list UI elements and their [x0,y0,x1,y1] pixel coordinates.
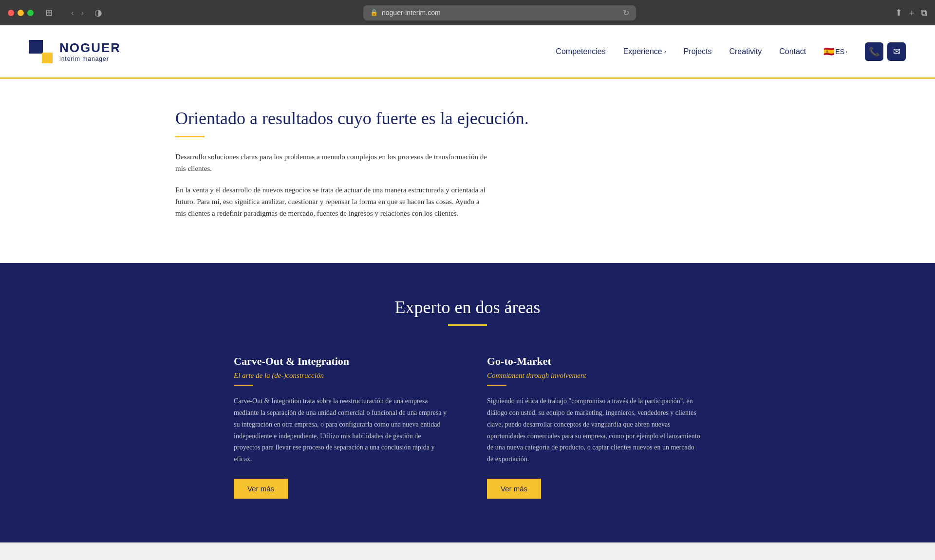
new-tab-icon[interactable]: ＋ [907,7,916,19]
card1-underline [234,385,253,386]
card2-btn[interactable]: Ver más [487,479,541,499]
dark-section: Experto en dos áreas Carve-Out & Integra… [0,263,935,542]
hero-title: Orientado a resultados cuyo fuerte es la… [175,108,906,129]
logo-name: NOGUER [59,40,121,56]
nav-contact-icons: 📞 ✉ [865,42,906,61]
browser-chrome: ⊞ ‹ › ◑ 🔒 noguer-interim.com ↻ ⬆ ＋ ⧉ [0,0,935,25]
phone-button[interactable]: 📞 [865,42,883,61]
logo-yellow-square [42,53,53,63]
language-label: ES [835,48,844,56]
email-button[interactable]: ✉ [887,42,906,61]
privacy-icon[interactable]: ◑ [93,5,104,20]
browser-actions: ⬆ ＋ ⧉ [895,7,927,19]
nav-item-experience[interactable]: Experience › [623,47,666,56]
logo-text: NOGUER interim manager [59,40,121,62]
logo-icon [29,40,53,63]
close-button[interactable] [8,10,14,16]
hero-section: Orientado a resultados cuyo fuerte es la… [0,79,935,263]
card-carveout: Carve-Out & Integration El arte de la (d… [234,355,448,499]
address-bar[interactable]: 🔒 noguer-interim.com ↻ [363,5,636,20]
minimize-button[interactable] [18,10,24,16]
card1-btn[interactable]: Ver más [234,479,288,499]
logo-area[interactable]: NOGUER interim manager [29,40,121,63]
reload-icon[interactable]: ↻ [623,8,629,18]
phone-icon: 📞 [869,46,879,57]
forward-button[interactable]: › [78,6,87,20]
address-bar-container: 🔒 noguer-interim.com ↻ [110,5,889,20]
nav-item-creativity[interactable]: Creativity [729,47,762,56]
section-title: Experto en dos áreas [395,297,541,317]
site-nav: Competencies Experience › Projects Creat… [556,42,906,61]
nav-item-competencies[interactable]: Competencies [556,47,605,56]
section-underline [448,324,487,326]
card1-body: Carve-Out & Integration trata sobre la r… [234,395,448,465]
site-header: NOGUER interim manager Competencies Expe… [0,25,935,79]
chevron-down-icon: › [664,48,666,55]
sidebar-toggle-button[interactable]: ⊞ [43,5,55,20]
card-gtm: Go-to-Market Commitment through involvem… [487,355,701,499]
card2-body: Siguiendo mi ética de trabajo "compromis… [487,395,701,465]
logo-subtitle: interim manager [59,56,121,62]
share-icon[interactable]: ⬆ [895,7,902,18]
tabs-icon[interactable]: ⧉ [921,8,927,18]
nav-item-projects[interactable]: Projects [684,47,712,56]
nav-arrows: ‹ › [68,6,87,20]
language-chevron-icon: › [845,48,847,55]
url-text: noguer-interim.com [382,9,441,17]
language-selector[interactable]: 🇪🇸 ES › [823,46,847,57]
nav-item-contact[interactable]: Contact [779,47,806,56]
website: NOGUER interim manager Competencies Expe… [0,25,935,542]
lock-icon: 🔒 [370,9,378,17]
hero-underline [175,136,205,137]
cards-row: Carve-Out & Integration El arte de la (d… [175,355,760,499]
hero-para-2: En la venta y el desarrollo de nuevos ne… [175,184,487,219]
back-button[interactable]: ‹ [68,6,77,20]
traffic-lights [8,10,34,16]
flag-icon: 🇪🇸 [823,46,834,57]
logo-blue-square [29,40,43,54]
maximize-button[interactable] [27,10,34,16]
card2-subtitle: Commitment through involvement [487,372,701,380]
card1-subtitle: El arte de la (de-)construcción [234,372,448,380]
card2-underline [487,385,506,386]
email-icon: ✉ [893,46,900,57]
card1-title: Carve-Out & Integration [234,355,448,368]
hero-para-1: Desarrollo soluciones claras para los pr… [175,151,487,174]
card2-title: Go-to-Market [487,355,701,368]
